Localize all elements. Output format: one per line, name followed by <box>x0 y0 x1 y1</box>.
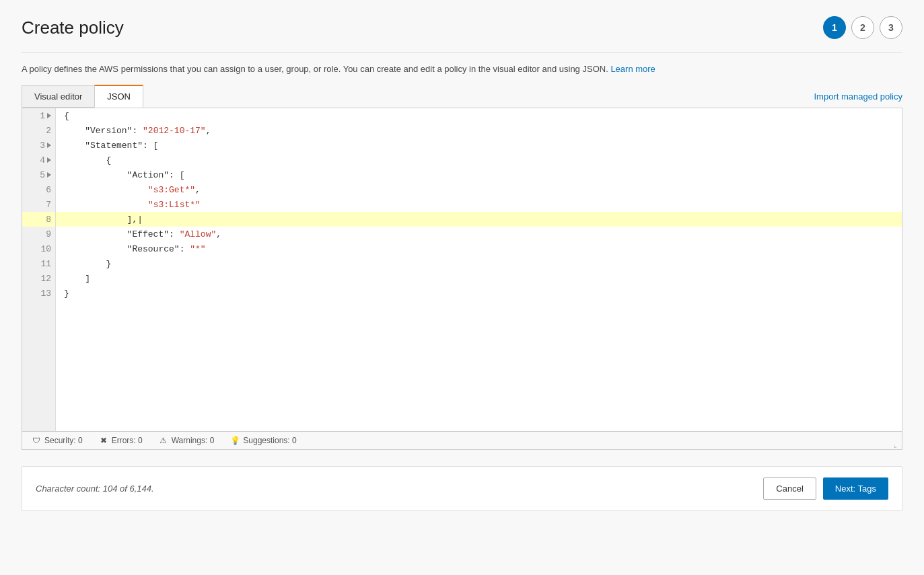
code-line-11: } <box>56 256 902 271</box>
code-line-6: "s3:Get*", <box>56 182 902 197</box>
page-header: Create policy 1 2 3 <box>22 16 902 39</box>
code-line-4: { <box>56 153 902 167</box>
editor-body: 1 2 3 4 5 6 7 8 9 10 11 <box>22 108 902 431</box>
tab-json[interactable]: JSON <box>94 85 143 108</box>
line-num-5: 5 <box>22 167 55 182</box>
page-title: Create policy <box>22 17 124 38</box>
code-line-10: "Resource": "*" <box>56 241 902 256</box>
step-3[interactable]: 3 <box>880 16 902 39</box>
code-line-5: "Action": [ <box>56 167 902 182</box>
line-num-6: 6 <box>22 182 55 197</box>
status-errors: ✖ Errors: 0 <box>99 436 143 445</box>
char-count: Character count: 104 of 6,144. <box>36 484 154 494</box>
line-num-10: 10 <box>22 241 55 256</box>
status-suggestions: 💡 Suggestions: 0 <box>230 436 296 445</box>
line-num-7: 7 <box>22 197 55 212</box>
next-button[interactable]: Next: Tags <box>823 477 888 500</box>
tabs-row: Visual editor JSON Import managed policy <box>22 85 902 108</box>
step-1[interactable]: 1 <box>823 16 846 39</box>
code-line-2: "Version": "2012-10-17", <box>56 123 902 138</box>
json-editor-container: 1 2 3 4 5 6 7 8 9 10 11 <box>22 108 902 450</box>
tabs: Visual editor JSON <box>22 85 143 108</box>
code-line-3: "Statement": [ <box>56 138 902 153</box>
cancel-button[interactable]: Cancel <box>763 477 816 500</box>
line-numbers: 1 2 3 4 5 6 7 8 9 10 11 <box>22 108 56 431</box>
footer-bar: Character count: 104 of 6,144. Cancel Ne… <box>22 466 902 511</box>
error-icon: ✖ <box>99 436 108 445</box>
status-warnings: ⚠ Warnings: 0 <box>159 436 215 445</box>
learn-more-link[interactable]: Learn more <box>610 64 655 74</box>
line-num-11: 11 <box>22 256 55 271</box>
line-num-8: 8 <box>22 212 55 227</box>
step-2[interactable]: 2 <box>851 16 874 39</box>
line-num-4: 4 <box>22 153 55 167</box>
stepper: 1 2 3 <box>823 16 902 39</box>
status-bar: 🛡 Security: 0 ✖ Errors: 0 ⚠ Warnings: 0 … <box>22 431 902 449</box>
tab-visual-editor[interactable]: Visual editor <box>22 85 94 108</box>
import-managed-policy-link[interactable]: Import managed policy <box>814 91 902 102</box>
lightbulb-icon: 💡 <box>230 436 240 445</box>
line-num-1: 1 <box>22 108 55 123</box>
line-num-12: 12 <box>22 271 55 286</box>
info-bar: A policy defines the AWS permissions tha… <box>22 64 902 74</box>
status-security: 🛡 Security: 0 <box>32 436 83 445</box>
info-text: A policy defines the AWS permissions tha… <box>22 64 608 74</box>
line-num-13: 13 <box>22 286 55 301</box>
shield-icon: 🛡 <box>32 436 41 445</box>
code-line-9: "Effect": "Allow", <box>56 227 902 241</box>
code-line-12: ] <box>56 271 902 286</box>
code-line-13: } <box>56 286 902 301</box>
line-num-2: 2 <box>22 123 55 138</box>
code-area[interactable]: { "Version": "2012-10-17", "Statement": … <box>56 108 902 431</box>
line-num-3: 3 <box>22 138 55 153</box>
warning-icon: ⚠ <box>159 436 168 445</box>
code-line-8: ],| <box>56 212 902 227</box>
header-divider <box>22 52 902 53</box>
code-line-7: "s3:List*" <box>56 197 902 212</box>
code-line-1: { <box>56 108 902 123</box>
footer-buttons: Cancel Next: Tags <box>763 477 888 500</box>
line-num-9: 9 <box>22 227 55 241</box>
resize-handle[interactable]: ⌞ <box>894 441 900 448</box>
